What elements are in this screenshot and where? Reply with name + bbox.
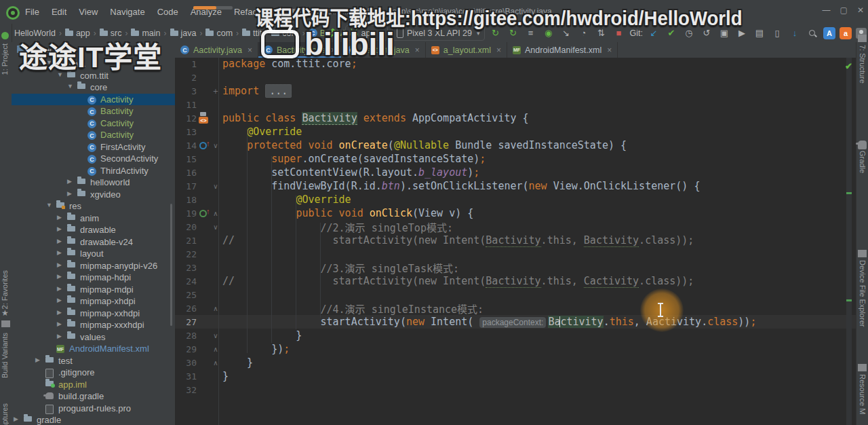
- search-icon[interactable]: [806, 26, 819, 40]
- tab-close-icon[interactable]: ×: [415, 45, 420, 55]
- collapse-arrow-icon[interactable]: ▶: [57, 238, 62, 244]
- tab-close-icon[interactable]: ×: [248, 45, 252, 55]
- code-line-24[interactable]: 24// startActivity(new Intent(Bactivity.…: [175, 274, 856, 288]
- code-line-23[interactable]: 23 //3.演示 singleTask模式:: [175, 261, 856, 274]
- translate-blue-icon[interactable]: A: [823, 27, 835, 39]
- code-line-3[interactable]: 3+import ...: [175, 84, 856, 98]
- code-line-30[interactable]: 30∧ }: [175, 356, 856, 369]
- code-line-20[interactable]: 20∨ //2.演示 singleTop模式:: [175, 220, 856, 234]
- tab-androidmanifest-xml[interactable]: AndroidManifest.xml×: [507, 42, 618, 58]
- sdk-manager-icon[interactable]: ↓: [788, 26, 802, 40]
- tree-item-mipmap-anydpi-v26[interactable]: ▶mipmap-anydpi-v26: [12, 260, 175, 272]
- tree-item-proguard-rules.pro[interactable]: proguard-rules.pro: [12, 403, 175, 415]
- collapse-arrow-icon[interactable]: ▶: [57, 225, 62, 232]
- code-line-26[interactable]: 26∧ //4.演示 singleInstance模式:: [175, 301, 856, 315]
- code-line-21[interactable]: 21// startActivity(new Intent(Bactivity.…: [175, 234, 856, 247]
- tree-item-bactivity[interactable]: Bactivity: [12, 105, 175, 117]
- tree-item-res[interactable]: ▼res: [12, 200, 175, 212]
- collapse-arrow-icon[interactable]: ▶: [57, 261, 62, 268]
- override-gutter-icon[interactable]: ↑: [198, 138, 212, 152]
- tab-close-icon[interactable]: ×: [496, 45, 501, 55]
- project-tree-scrollbar[interactable]: [170, 204, 172, 326]
- tree-item-cactivity[interactable]: Cactivity: [12, 117, 175, 130]
- tree-item-dactivity[interactable]: Dactivity: [12, 129, 175, 141]
- tree-item-anim[interactable]: ▶anim: [12, 212, 175, 225]
- tree-item-mipmap-xhdpi[interactable]: ▶mipmap-xhdpi: [12, 295, 175, 308]
- collapse-arrow-icon[interactable]: ▶: [57, 320, 62, 327]
- menu-navigate[interactable]: Navigate: [104, 5, 151, 19]
- collapse-arrow-icon[interactable]: ▶: [57, 249, 62, 256]
- tool-stripe-2-favorites[interactable]: 2: Favorites: [1, 270, 9, 309]
- code-editor[interactable]: 1package com.ttit.core;23+import ...1112…: [175, 58, 856, 425]
- tree-item-xgvideo[interactable]: ▶xgvideo: [12, 189, 175, 201]
- tree-item-app.iml[interactable]: app.iml: [12, 379, 175, 391]
- editor-scrollbar[interactable]: [846, 58, 852, 425]
- collapse-arrow-icon[interactable]: ▶: [57, 297, 62, 303]
- code-line-31[interactable]: 31}: [175, 369, 856, 383]
- code-line-16[interactable]: 16 setContentView(R.layout.b_layout);: [175, 166, 856, 179]
- code-line-32[interactable]: 32: [175, 383, 856, 396]
- breadcrumb-item-java[interactable]: java: [170, 29, 197, 38]
- collapse-arrow-icon[interactable]: ▶: [67, 190, 72, 197]
- maximize-button[interactable]: ▢: [840, 5, 848, 15]
- tab-a_layout-xml[interactable]: a_layout.xml×: [426, 42, 507, 58]
- tree-item-values[interactable]: ▶values: [12, 331, 175, 344]
- collapse-arrow-icon[interactable]: ▶: [57, 333, 62, 339]
- device-manager-icon[interactable]: ▯: [770, 26, 784, 40]
- tree-item-test[interactable]: ▶test: [12, 355, 175, 367]
- menu-code[interactable]: Code: [151, 5, 184, 19]
- override-green-gutter-icon[interactable]: ↑: [198, 206, 212, 220]
- tree-item-mipmap-xxhdpi[interactable]: ▶mipmap-xxhdpi: [12, 308, 175, 320]
- tab-close-icon[interactable]: ×: [607, 45, 612, 55]
- inspections-ok-icon[interactable]: ✔: [845, 61, 852, 71]
- tool-stripe-7-structure[interactable]: 7: Structure: [859, 45, 867, 84]
- tree-item-drawable[interactable]: ▶drawable: [12, 224, 175, 236]
- tree-item-androidmanifest.xml[interactable]: AndroidManifest.xml: [12, 343, 175, 355]
- code-line-11[interactable]: 11: [175, 98, 856, 111]
- code-line-2[interactable]: 2: [175, 71, 856, 84]
- tool-stripe-gradle[interactable]: Gradle: [859, 151, 867, 173]
- tree-item-aactivity[interactable]: Aactivity: [12, 94, 175, 106]
- tree-item-mipmap-xxxhdpi[interactable]: ▶mipmap-xxxhdpi: [12, 319, 175, 331]
- translate-orange-icon[interactable]: a: [840, 27, 852, 39]
- tree-item-secondactivity[interactable]: SecondActivity: [12, 153, 175, 165]
- tree-item-thirdactivity[interactable]: ThirdActivity: [12, 165, 175, 177]
- menu-view[interactable]: View: [73, 5, 104, 19]
- layout-inspector-icon[interactable]: ▤: [753, 26, 766, 40]
- code-line-17[interactable]: 17∨ findViewById(R.id.btn).setOnClickLis…: [175, 179, 856, 193]
- collapse-arrow-icon[interactable]: ▶: [35, 356, 40, 363]
- class-gutter-icon[interactable]: <>: [198, 111, 212, 125]
- code-line-18[interactable]: 18 @Override: [175, 193, 856, 206]
- tree-item-firstactivity[interactable]: FirstActivity: [12, 141, 175, 153]
- collapse-arrow-icon[interactable]: ▶: [57, 285, 62, 292]
- minimize-button[interactable]: —: [823, 5, 831, 15]
- tree-item-.gitignore[interactable]: .gitignore: [12, 367, 175, 379]
- tab-aactivity-java[interactable]: Aactivity.java×: [175, 42, 258, 58]
- code-line-14[interactable]: 14↑∨ protected void onCreate(@Nullable B…: [175, 138, 856, 152]
- code-line-19[interactable]: 19↑∧ public void onClick(View v) {: [175, 206, 856, 220]
- collapse-arrow-icon[interactable]: ▶: [57, 214, 62, 221]
- expand-arrow-icon[interactable]: ▼: [46, 202, 52, 208]
- code-line-29[interactable]: 29∧ });: [175, 342, 856, 356]
- collapse-arrow-icon[interactable]: ▶: [14, 415, 18, 422]
- code-line-28[interactable]: 28∨ }: [175, 329, 856, 342]
- collapse-arrow-icon[interactable]: ▶: [57, 309, 62, 316]
- tree-item-mipmap-mdpi[interactable]: ▶mipmap-mdpi: [12, 284, 175, 296]
- tree-item-build.gradle[interactable]: build.gradle: [12, 390, 175, 403]
- tree-item-gradle[interactable]: ▶gradle: [12, 414, 175, 425]
- code-line-12[interactable]: 12<>public class Bactivity extends AppCo…: [175, 111, 856, 125]
- close-button[interactable]: ✕: [857, 5, 864, 15]
- tool-stripe-device-file-explorer[interactable]: Device File Explorer: [859, 260, 867, 327]
- code-line-15[interactable]: 15 super.onCreate(savedInstanceState);: [175, 152, 856, 166]
- tree-item-mipmap-hdpi[interactable]: ▶mipmap-hdpi: [12, 272, 175, 284]
- collapse-arrow-icon[interactable]: ▶: [57, 273, 62, 280]
- breadcrumb-item-com[interactable]: com: [205, 29, 233, 38]
- code-line-25[interactable]: 25: [175, 288, 856, 301]
- tree-item-layout[interactable]: ▶layout: [12, 248, 175, 260]
- menu-file[interactable]: File: [19, 5, 45, 19]
- code-line-27[interactable]: 27 startActivity(new Intent( packageCont…: [175, 315, 856, 329]
- collapse-arrow-icon[interactable]: ▶: [67, 178, 72, 185]
- tree-item-drawable-v24[interactable]: ▶drawable-v24: [12, 236, 175, 248]
- tree-item-helloworld[interactable]: ▶helloworld: [12, 177, 175, 189]
- expand-arrow-icon[interactable]: ▼: [67, 83, 73, 90]
